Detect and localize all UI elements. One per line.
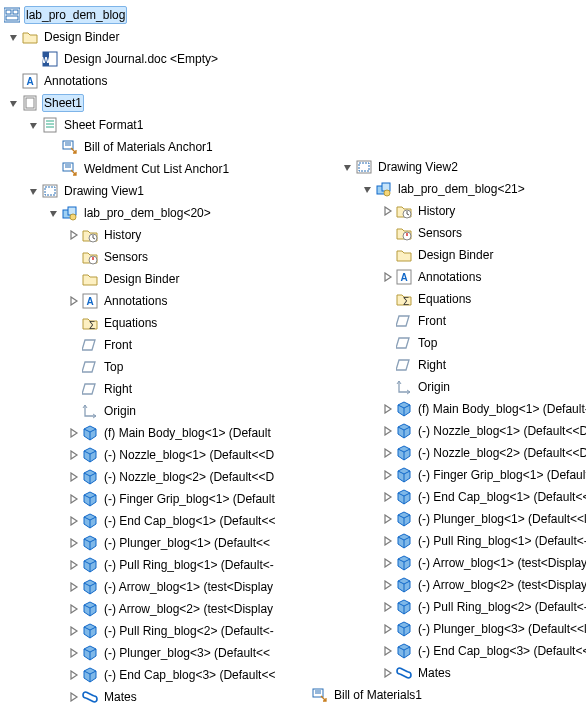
expander-icon[interactable] xyxy=(68,537,80,549)
expander-icon[interactable] xyxy=(68,625,80,637)
part-node[interactable]: (-) Finger Grip_blog<1> (Default xyxy=(4,488,334,510)
part-node[interactable]: (-) Pull Ring_blog<1> (Default<- xyxy=(4,554,334,576)
annotations-node[interactable]: Annotations xyxy=(4,70,334,92)
feature-tree-right[interactable]: Drawing View2 lab_pro_dem_blog<21> Histo… xyxy=(342,156,582,706)
part-node[interactable]: (-) Nozzle_blog<2> (Default<<D xyxy=(4,466,334,488)
part-node[interactable]: (-) Pull Ring_blog<1> (Default<- xyxy=(342,530,582,552)
part-node[interactable]: (-) Nozzle_blog<1> (Default<<D xyxy=(342,420,582,442)
expander-icon[interactable] xyxy=(382,425,394,437)
bom-node[interactable]: Bill of Materials1 xyxy=(312,684,582,706)
expander-icon[interactable] xyxy=(68,559,80,571)
sheet-format-node[interactable]: Sheet Format1 xyxy=(4,114,334,136)
expander-icon[interactable] xyxy=(382,645,394,657)
sheet-node[interactable]: Sheet1 xyxy=(4,92,334,114)
drawing-view-icon xyxy=(356,159,372,175)
sensors-node[interactable]: Sensors xyxy=(342,222,582,244)
expander-icon[interactable] xyxy=(382,601,394,613)
equations-node[interactable]: Equations xyxy=(342,288,582,310)
part-node[interactable]: (-) Plunger_blog<1> (Default<<l xyxy=(342,508,582,530)
expander-icon[interactable] xyxy=(382,205,394,217)
top-plane-node[interactable]: Top xyxy=(342,332,582,354)
weldment-anchor-node[interactable]: Weldment Cut List Anchor1 xyxy=(4,158,334,180)
part-node[interactable]: (-) Arrow_blog<2> (test<Display xyxy=(342,574,582,596)
expander-icon[interactable] xyxy=(68,493,80,505)
drawing-view2-node[interactable]: Drawing View2 xyxy=(342,156,582,178)
expander-icon[interactable] xyxy=(382,513,394,525)
expander-icon[interactable] xyxy=(382,491,394,503)
part-node[interactable]: (-) Plunger_blog<3> (Default<< xyxy=(4,642,334,664)
expander-icon[interactable] xyxy=(68,581,80,593)
expander-icon[interactable] xyxy=(68,603,80,615)
expander-icon[interactable] xyxy=(382,623,394,635)
sensors-node[interactable]: Sensors xyxy=(4,246,334,268)
part-node[interactable]: (-) End Cap_blog<3> (Default<< xyxy=(342,640,582,662)
expander-icon[interactable] xyxy=(68,449,80,461)
expander-icon[interactable] xyxy=(8,97,20,109)
expander-icon[interactable] xyxy=(68,691,80,703)
part-node[interactable]: (-) End Cap_blog<1> (Default<< xyxy=(342,486,582,508)
expander-icon[interactable] xyxy=(48,207,60,219)
part-node[interactable]: (-) Plunger_blog<3> (Default<<l xyxy=(342,618,582,640)
part-node[interactable]: (-) Plunger_blog<1> (Default<< xyxy=(4,532,334,554)
history-node[interactable]: History xyxy=(4,224,334,246)
part-node[interactable]: (-) Arrow_blog<1> (test<Display xyxy=(4,576,334,598)
part-node[interactable]: (-) Nozzle_blog<2> (Default<<D xyxy=(342,442,582,464)
expander-icon[interactable] xyxy=(382,403,394,415)
expander-icon[interactable] xyxy=(68,669,80,681)
expander-icon[interactable] xyxy=(68,427,80,439)
expander-icon[interactable] xyxy=(68,471,80,483)
annotations-node-v2[interactable]: Annotations xyxy=(342,266,582,288)
drawing-view1-node[interactable]: Drawing View1 xyxy=(4,180,334,202)
part-node[interactable]: (f) Main Body_blog<1> (Default xyxy=(4,422,334,444)
expander-icon[interactable] xyxy=(342,161,354,173)
expander-icon[interactable] xyxy=(68,229,80,241)
front-plane-node[interactable]: Front xyxy=(342,310,582,332)
expander-icon[interactable] xyxy=(362,183,374,195)
expander-icon[interactable] xyxy=(382,557,394,569)
feature-tree-left[interactable]: lab_pro_dem_blog Design Binder Design Jo… xyxy=(4,4,334,708)
right-plane-node[interactable]: Right xyxy=(342,354,582,376)
design-journal-node[interactable]: Design Journal.doc <Empty> xyxy=(4,48,334,70)
top-plane-node[interactable]: Top xyxy=(4,356,334,378)
part-node[interactable]: (-) Nozzle_blog<1> (Default<<D xyxy=(4,444,334,466)
expander-icon[interactable] xyxy=(382,579,394,591)
design-binder-node-v1[interactable]: Design Binder xyxy=(4,268,334,290)
part-node[interactable]: (-) Finger Grip_blog<1> (Default xyxy=(342,464,582,486)
mates-node[interactable]: Mates xyxy=(4,686,334,708)
design-binder-node-v2[interactable]: Design Binder xyxy=(342,244,582,266)
part-node[interactable]: (-) Pull Ring_blog<2> (Default<- xyxy=(342,596,582,618)
annotations-node-v1[interactable]: Annotations xyxy=(4,290,334,312)
equations-node[interactable]: Equations xyxy=(4,312,334,334)
part-node[interactable]: (-) End Cap_blog<1> (Default<< xyxy=(4,510,334,532)
expander-icon[interactable] xyxy=(28,185,40,197)
expander-icon[interactable] xyxy=(382,469,394,481)
expander-icon[interactable] xyxy=(68,647,80,659)
expander-icon[interactable] xyxy=(382,667,394,679)
history-node[interactable]: History xyxy=(342,200,582,222)
expander-icon[interactable] xyxy=(8,31,20,43)
expander-icon[interactable] xyxy=(382,535,394,547)
root-node[interactable]: lab_pro_dem_blog xyxy=(4,4,334,26)
part-node[interactable]: (-) Pull Ring_blog<2> (Default<- xyxy=(4,620,334,642)
expander-icon[interactable] xyxy=(68,295,80,307)
front-plane-node[interactable]: Front xyxy=(4,334,334,356)
part-node[interactable]: (-) Arrow_blog<2> (test<Display xyxy=(4,598,334,620)
mates-node[interactable]: Mates xyxy=(342,662,582,684)
equations-icon xyxy=(82,315,98,331)
right-plane-node[interactable]: Right xyxy=(4,378,334,400)
part-node[interactable]: (-) Arrow_blog<1> (test<Display xyxy=(342,552,582,574)
part-label: (-) Finger Grip_blog<1> (Default xyxy=(102,490,277,508)
part-node[interactable]: (-) End Cap_blog<3> (Default<< xyxy=(4,664,334,686)
origin-node[interactable]: Origin xyxy=(4,400,334,422)
bom-anchor-node[interactable]: Bill of Materials Anchor1 xyxy=(4,136,334,158)
expander-icon[interactable] xyxy=(382,447,394,459)
expander-icon[interactable] xyxy=(28,119,40,131)
part-icon xyxy=(396,555,412,571)
assembly-node[interactable]: lab_pro_dem_blog<20> xyxy=(4,202,334,224)
design-binder-node[interactable]: Design Binder xyxy=(4,26,334,48)
origin-node[interactable]: Origin xyxy=(342,376,582,398)
part-node[interactable]: (f) Main Body_blog<1> (Default- xyxy=(342,398,582,420)
expander-icon[interactable] xyxy=(382,271,394,283)
expander-icon[interactable] xyxy=(68,515,80,527)
assembly-node[interactable]: lab_pro_dem_blog<21> xyxy=(342,178,582,200)
